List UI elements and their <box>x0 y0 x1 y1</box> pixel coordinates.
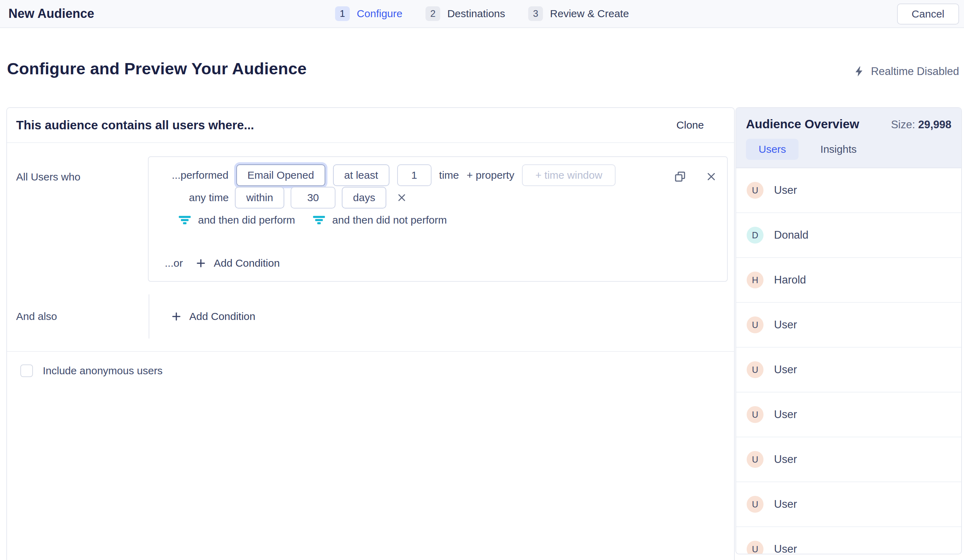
funnel-icon <box>178 214 192 226</box>
remove-time-window-icon[interactable] <box>397 193 407 203</box>
user-name: Donald <box>774 229 808 241</box>
avatar-initial: U <box>752 186 758 195</box>
user-row[interactable]: U User <box>736 168 961 213</box>
avatar: U <box>747 182 764 199</box>
avatar: U <box>747 541 764 554</box>
builder-header: This audience contains all users where..… <box>7 108 734 143</box>
window-unit-select[interactable]: days <box>342 187 386 208</box>
overview-tabs: Users Insights <box>746 139 951 160</box>
step-2-label: Destinations <box>447 8 505 20</box>
or-label: ...or <box>165 257 183 269</box>
user-list: U User D Donald H Harold U User U User U… <box>736 168 961 554</box>
cancel-button[interactable]: Cancel <box>897 3 959 24</box>
step-configure[interactable]: 1 Configure <box>335 6 402 21</box>
avatar-initial: H <box>752 275 758 285</box>
avatar-initial: U <box>752 544 758 554</box>
audience-size: Size: 29,998 <box>891 119 951 131</box>
audience-overview-title: Audience Overview <box>746 117 859 131</box>
realtime-status-label: Realtime Disabled <box>871 65 959 78</box>
user-name: User <box>774 408 797 421</box>
anytime-label: any time <box>189 192 228 203</box>
count-input[interactable] <box>397 164 432 186</box>
user-name: Harold <box>774 274 806 286</box>
user-row[interactable]: D Donald <box>736 213 961 258</box>
user-row[interactable]: U User <box>736 482 961 527</box>
add-and-condition-button[interactable]: Add Condition <box>171 311 255 322</box>
sequence-links-row: and then did perform and then did not pe… <box>149 214 727 226</box>
builder-title: This audience contains all users where..… <box>16 118 254 132</box>
include-anonymous-label: Include anonymous users <box>43 365 163 377</box>
anonymous-users-row: Include anonymous users <box>7 352 734 377</box>
operator-select[interactable]: at least <box>333 164 389 186</box>
user-name: User <box>774 363 797 376</box>
then-did-not-perform-label: and then did not perform <box>332 214 447 226</box>
remove-condition-icon[interactable] <box>706 171 716 182</box>
clone-button[interactable]: Clone <box>677 119 704 131</box>
group-label: All Users who <box>16 171 80 183</box>
step-1-badge: 1 <box>335 6 350 21</box>
user-name: User <box>774 184 797 197</box>
user-row[interactable]: U User <box>736 527 961 554</box>
then-did-perform-button[interactable]: and then did perform <box>178 214 295 226</box>
add-property-button[interactable]: + property <box>467 169 514 181</box>
size-label: Size: <box>891 119 915 131</box>
avatar: U <box>747 406 764 423</box>
time-window-button[interactable]: + time window <box>522 164 616 186</box>
then-did-perform-label: and then did perform <box>198 214 295 226</box>
condition-row-event: ...performed Email Opened at least time … <box>149 157 727 186</box>
avatar-initial: U <box>752 320 758 330</box>
funnel-icon <box>312 214 326 226</box>
add-condition-label: Add Condition <box>214 257 280 269</box>
window-count-input[interactable] <box>291 187 335 208</box>
avatar: H <box>747 272 764 288</box>
user-name: User <box>774 543 797 554</box>
step-2-badge: 2 <box>425 6 440 21</box>
step-3-badge: 3 <box>528 6 543 21</box>
plus-icon <box>171 311 182 322</box>
or-row: ...or Add Condition <box>165 257 280 269</box>
user-row[interactable]: U User <box>736 348 961 392</box>
avatar: U <box>747 451 764 468</box>
audience-overview-header: Audience Overview Size: 29,998 Users Ins… <box>736 108 961 168</box>
count-suffix-label: time <box>439 169 459 181</box>
avatar: D <box>747 227 764 244</box>
user-row[interactable]: U User <box>736 437 961 482</box>
stepper: 1 Configure 2 Destinations 3 Review & Cr… <box>335 6 629 21</box>
condition-group-row: All Users who ...performed Email Opened … <box>7 156 734 282</box>
and-also-content: Add Condition <box>149 295 728 339</box>
tab-insights[interactable]: Insights <box>808 139 869 160</box>
plus-icon <box>195 258 206 269</box>
and-also-label: And also <box>16 311 57 322</box>
avatar-initial: U <box>752 500 758 510</box>
then-did-not-perform-button[interactable]: and then did not perform <box>312 214 447 226</box>
include-anonymous-checkbox[interactable] <box>20 365 33 377</box>
step-review-create[interactable]: 3 Review & Create <box>528 6 629 21</box>
page-title: Configure and Preview Your Audience <box>7 59 307 78</box>
duplicate-condition-icon[interactable] <box>674 170 686 183</box>
user-name: User <box>774 453 797 466</box>
lightning-bolt-icon <box>853 65 865 77</box>
user-row[interactable]: U User <box>736 303 961 348</box>
tab-users[interactable]: Users <box>746 139 798 160</box>
event-select[interactable]: Email Opened <box>236 164 325 186</box>
condition-row-time-window: any time within days <box>149 187 727 208</box>
avatar: U <box>747 361 764 378</box>
window-operator-select[interactable]: within <box>235 187 284 208</box>
user-row[interactable]: U User <box>736 392 961 437</box>
audience-overview-panel: Audience Overview Size: 29,998 Users Ins… <box>736 107 962 554</box>
condition-actions <box>674 170 716 183</box>
add-or-condition-button[interactable]: Add Condition <box>195 257 280 269</box>
avatar: U <box>747 316 764 333</box>
step-destinations[interactable]: 2 Destinations <box>425 6 505 21</box>
user-name: User <box>774 319 797 331</box>
user-row[interactable]: H Harold <box>736 258 961 303</box>
realtime-status: Realtime Disabled <box>853 65 959 78</box>
avatar-initial: U <box>752 410 758 420</box>
and-also-row: And also Add Condition <box>7 295 734 339</box>
size-value: 29,998 <box>918 119 951 131</box>
condition-box: ...performed Email Opened at least time … <box>148 156 728 282</box>
step-1-label: Configure <box>357 8 402 20</box>
user-name: User <box>774 498 797 511</box>
step-3-label: Review & Create <box>550 8 629 20</box>
add-condition-label: Add Condition <box>189 311 255 322</box>
